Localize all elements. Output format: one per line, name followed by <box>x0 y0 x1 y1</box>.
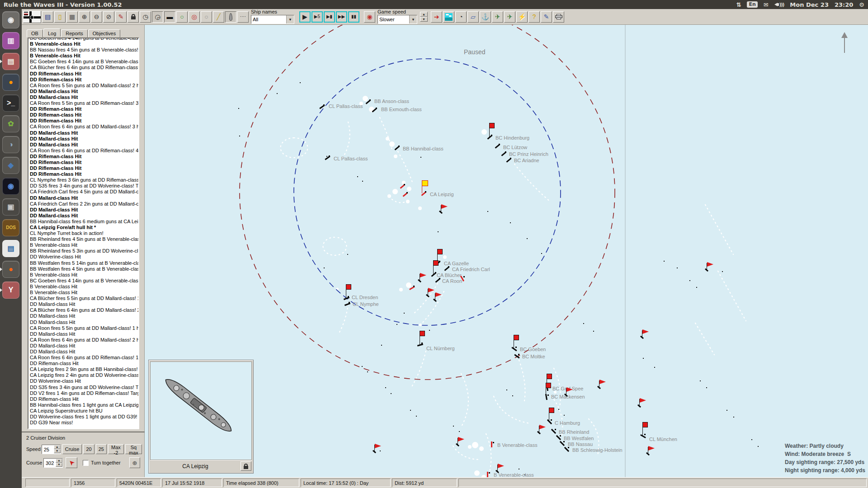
updown-indicator-icon[interactable]: ⇅ <box>736 1 741 8</box>
play-fast-icon[interactable]: ▶▶ <box>336 11 347 23</box>
ship-label: BC Mackensen <box>551 394 585 399</box>
lock-ship-button[interactable] <box>241 461 251 471</box>
compass-button[interactable]: ⊕ <box>129 457 140 468</box>
files-app-icon[interactable]: ▥ <box>2 32 19 49</box>
lock-view-icon[interactable] <box>127 11 139 23</box>
keyboard-layout-badge[interactable]: En <box>747 1 757 8</box>
clock-date[interactable]: Mon Dec 23 <box>790 1 829 8</box>
combat-log-list[interactable]: BC Goeben fires 4 14in guns at B Venerab… <box>28 38 139 429</box>
firefox-alt-icon[interactable]: ● <box>2 261 19 278</box>
log-entry: CA Roon fires 5 5in guns at DD Mallard-c… <box>30 83 138 89</box>
playonlinux-icon[interactable]: ✿ <box>2 115 19 132</box>
tactical-map[interactable]: Paused Weather: Partly cloudy Wind: Mode… <box>145 25 868 477</box>
dropdown-arrow-icon[interactable]: ▼ <box>409 15 417 23</box>
ship-view-bar: CA Leipzig <box>150 460 252 472</box>
range-clock-alt-icon[interactable]: ◶ <box>152 11 163 23</box>
spin-down-icon[interactable]: ▼ <box>54 449 61 453</box>
libreoffice-writer-icon[interactable]: ▤ <box>2 240 19 257</box>
division-flag-icon <box>546 383 551 388</box>
speed-target-icon[interactable]: ◉ <box>364 11 375 23</box>
ship-dot <box>349 302 350 303</box>
range-clock-icon[interactable]: ◷ <box>140 11 151 23</box>
set-course-button[interactable]: ➤ <box>66 457 77 468</box>
ship-marker-b-venerable-class[interactable] <box>487 472 488 477</box>
zoom-out-icon[interactable]: ⊖ <box>91 11 102 23</box>
zoom-reset-icon[interactable]: ⊘ <box>103 11 114 23</box>
log-entry: CL Nymphe fires 3 6in guns at DD Riflema… <box>30 177 138 183</box>
gray-circle-icon[interactable]: ○ <box>201 11 212 23</box>
ship-names-select[interactable]: All ▼ <box>251 15 294 24</box>
air-config-icon[interactable]: ✈ <box>504 11 515 23</box>
notes-icon[interactable]: ✎ <box>541 11 552 23</box>
log-entry: DD Mallard-class Hit <box>30 136 138 142</box>
red-target-icon-glyph: ◎ <box>191 14 197 20</box>
help-icon[interactable]: ? <box>528 11 540 23</box>
spin-down-icon[interactable]: ▼ <box>56 463 62 467</box>
lightning-icon[interactable]: ⚡ <box>516 11 528 23</box>
tab-objectives[interactable]: Objectives <box>88 29 120 38</box>
draw-tool-icon[interactable]: ✎ <box>115 11 127 23</box>
ship-top-icon[interactable] <box>225 11 236 23</box>
play-5x-icon[interactable]: ▶5 <box>311 11 323 23</box>
log-book-icon[interactable]: ▱ <box>467 11 479 23</box>
german-ensign-icon[interactable] <box>23 11 41 23</box>
firefox-icon[interactable]: ● <box>2 74 19 91</box>
tab-ob[interactable]: OB <box>27 29 43 38</box>
stopwatch-icon[interactable]: ◔ <box>455 11 467 23</box>
spin-up-icon[interactable]: ▲ <box>56 459 62 463</box>
window-switch-icon[interactable]: ▣ <box>2 198 19 216</box>
system-menu-icon[interactable]: ⚙ <box>859 1 864 8</box>
dots-icon[interactable]: ···· <box>237 11 249 23</box>
ensign-part <box>30 15 34 19</box>
virtualbox-icon[interactable]: ◆ <box>2 157 19 174</box>
ubuntu-dash-icon[interactable]: ◉ <box>2 11 19 28</box>
play-1x-icon[interactable]: ▶ <box>299 11 311 23</box>
clock-time[interactable]: 23:20 <box>835 1 853 8</box>
speed-preset-cruise[interactable]: Cruise <box>62 444 82 454</box>
speed-preset-sq-max[interactable]: Sq max <box>125 444 142 454</box>
zoom-in-icon[interactable]: ⊕ <box>79 11 90 23</box>
weather-icon[interactable] <box>443 11 454 23</box>
tab-log[interactable]: Log <box>43 28 61 37</box>
volume-icon[interactable]: ))) <box>774 2 784 7</box>
ship-label: CL Nürnberg <box>426 346 455 351</box>
spin-up-icon[interactable]: ▲ <box>54 445 61 449</box>
pause-icon[interactable]: ▮▮ <box>348 11 359 23</box>
turn-together-checkbox[interactable] <box>83 460 89 466</box>
print-icon[interactable] <box>553 11 564 23</box>
dropdown-arrow-icon[interactable]: ▼ <box>286 15 294 23</box>
spin-up-icon[interactable]: ▲ <box>420 12 428 17</box>
tab-reports[interactable]: Reports <box>61 29 88 38</box>
speed-preset-max-2[interactable]: Max -2 <box>108 444 124 454</box>
green-circle-icon[interactable]: ○ <box>176 11 188 23</box>
game-speed-select[interactable]: Slower ▼ <box>377 15 417 24</box>
play-15x-icon[interactable]: ▶▮ <box>324 11 335 23</box>
exit-door-icon[interactable]: ▯ <box>54 11 66 23</box>
advance-arrow-icon[interactable]: ➔ <box>431 11 442 23</box>
archive-manager-icon[interactable]: ▤ <box>2 53 19 70</box>
air-formation-icon[interactable]: ✈ <box>492 11 503 23</box>
log-entry: CA Blücher fires 6 4in guns at DD Mallar… <box>30 307 138 313</box>
speed-stepper[interactable]: 25 ▲▼ <box>42 445 61 454</box>
course-stepper[interactable]: 302 ▲▼ <box>43 458 63 468</box>
speed-preset-20[interactable]: 20 <box>83 444 94 454</box>
game-speed-spinner[interactable]: ▲▼ <box>420 12 428 22</box>
keepass-icon[interactable]: ◉ <box>2 178 19 195</box>
splash-line-icon[interactable]: ╱ <box>213 11 224 23</box>
anchor-icon[interactable]: ⚓ <box>480 11 491 23</box>
spin-down-icon[interactable]: ▼ <box>420 17 428 22</box>
division-panel: 2 Cruiser Division Speed 25 ▲▼ Cruise202… <box>22 432 145 477</box>
mail-icon[interactable]: ✉ <box>764 1 769 8</box>
terminal-icon[interactable]: >_ <box>2 94 19 112</box>
dots-icon-glyph: ···· <box>240 14 246 19</box>
save-icon[interactable]: ▤ <box>42 11 53 23</box>
ship-side-icon[interactable]: ▬ <box>164 11 175 23</box>
ship-marker-b-venerable-class[interactable] <box>491 441 492 447</box>
encryption-grid-icon[interactable]: ▦ <box>66 11 78 23</box>
shotwell-icon[interactable]: ◑ <box>2 136 19 153</box>
wine-icon[interactable]: Y <box>2 282 19 299</box>
contact-speck <box>583 323 584 324</box>
red-target-icon[interactable]: ◎ <box>189 11 200 23</box>
dosbox-icon[interactable]: DOS <box>2 219 19 236</box>
speed-preset-25[interactable]: 25 <box>96 444 107 454</box>
